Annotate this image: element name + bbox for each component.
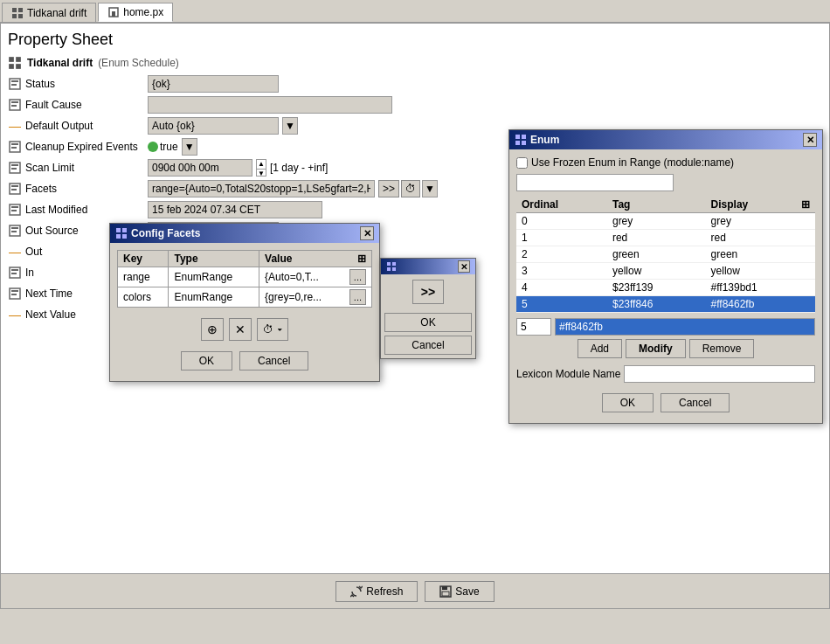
cf-row2-type: EnumRange bbox=[169, 287, 259, 308]
config-facets-close-button[interactable]: ✕ bbox=[360, 226, 374, 240]
svg-rect-26 bbox=[11, 206, 18, 208]
ps-label-text-scan: Scan Limit bbox=[25, 162, 74, 174]
ps-label-text-next-time: Next Time bbox=[25, 287, 73, 300]
ps-section-header: Tidkanal drift (Enum Schedule) bbox=[8, 52, 822, 73]
config-facets-title: Config Facets bbox=[131, 227, 200, 239]
cf-table-expand-icon[interactable]: ⊞ bbox=[357, 253, 366, 265]
svg-rect-14 bbox=[11, 101, 18, 103]
enum-modify-button[interactable]: Modify bbox=[626, 339, 686, 358]
scan-limit-input[interactable] bbox=[148, 159, 252, 177]
enum-col-tag: Tag bbox=[607, 197, 706, 213]
cf-col-key: Key bbox=[118, 251, 169, 267]
svg-rect-8 bbox=[9, 64, 14, 69]
cf-row1-value: {Auto=0,T... ... bbox=[259, 267, 372, 287]
table-row[interactable]: range EnumRange {Auto=0,T... ... bbox=[118, 267, 372, 287]
default-output-dropdown[interactable]: ▼ bbox=[282, 117, 298, 135]
facets-clock-btn[interactable]: ⏱ bbox=[401, 180, 420, 197]
sub-dialog-icon bbox=[386, 261, 397, 272]
svg-rect-21 bbox=[11, 168, 17, 170]
enum-row0-tag: grey bbox=[607, 213, 706, 230]
facets-expand-btn[interactable]: >> bbox=[378, 180, 399, 197]
cf-remove-btn[interactable]: ✕ bbox=[229, 318, 252, 341]
config-facets-dialog: Config Facets ✕ Key Type Value ⊞ range E… bbox=[109, 223, 380, 382]
facets-dropdown[interactable]: ▼ bbox=[422, 180, 438, 197]
ps-label-default-output: — Default Output bbox=[8, 119, 148, 133]
sub-forward-button[interactable]: >> bbox=[412, 280, 444, 304]
svg-rect-33 bbox=[11, 273, 17, 274]
enum-edit-row bbox=[516, 318, 815, 336]
sub-dialog-title-bar: ✕ bbox=[381, 259, 475, 274]
cf-history-btn[interactable]: ⏱ ▾ bbox=[257, 318, 287, 341]
table-row[interactable]: 1 red red bbox=[516, 230, 815, 246]
status-input[interactable] bbox=[148, 75, 279, 93]
svg-rect-30 bbox=[11, 231, 17, 232]
sub-ok-button[interactable]: OK bbox=[384, 313, 472, 332]
enum-frozen-input[interactable] bbox=[516, 174, 674, 191]
svg-rect-23 bbox=[11, 185, 18, 187]
save-button[interactable]: Save bbox=[425, 581, 494, 602]
last-modified-input[interactable] bbox=[148, 201, 322, 218]
sub-dialog-close-btn[interactable]: ✕ bbox=[458, 260, 470, 273]
tab-home-px[interactable]: home.px bbox=[98, 3, 173, 22]
sub-dialog-footer: OK Cancel bbox=[381, 309, 475, 358]
enum-cancel-button[interactable]: Cancel bbox=[661, 393, 730, 412]
svg-rect-18 bbox=[11, 147, 17, 149]
enum-row1-tag: red bbox=[607, 230, 706, 246]
enum-close-button[interactable]: ✕ bbox=[803, 133, 817, 147]
svg-rect-0 bbox=[12, 8, 17, 12]
enum-table-icon[interactable]: ⊞ bbox=[801, 198, 810, 211]
page-icon-last-modified bbox=[8, 203, 22, 217]
fault-cause-input[interactable] bbox=[148, 96, 392, 114]
sub-dialog-body: >> bbox=[381, 274, 475, 309]
refresh-button[interactable]: Refresh bbox=[335, 581, 418, 602]
ps-label-cleanup: Cleanup Expired Events bbox=[8, 140, 148, 154]
enum-ok-button[interactable]: OK bbox=[602, 393, 654, 412]
cf-cancel-button[interactable]: Cancel bbox=[239, 351, 308, 370]
table-row[interactable]: colors EnumRange {grey=0,re... ... bbox=[118, 287, 372, 308]
ps-label-text-status: Status bbox=[25, 78, 55, 90]
table-row[interactable]: 3 yellow yellow bbox=[516, 263, 815, 280]
facets-input[interactable] bbox=[148, 180, 375, 197]
refresh-label: Refresh bbox=[366, 585, 403, 598]
cf-add-btn[interactable]: ⊕ bbox=[201, 318, 224, 341]
dash-icon-default-output: — bbox=[8, 119, 22, 133]
config-facets-title-left: Config Facets bbox=[115, 227, 200, 239]
table-row[interactable]: 0 grey grey bbox=[516, 213, 815, 230]
cf-row1-dots-btn[interactable]: ... bbox=[349, 269, 366, 285]
enum-ordinal-edit[interactable] bbox=[516, 318, 551, 336]
table-row[interactable]: 4 $23ff139 #ff139bd1 bbox=[516, 280, 815, 296]
cf-col-type: Type bbox=[169, 251, 259, 267]
sub-cancel-button[interactable]: Cancel bbox=[384, 336, 472, 355]
enum-table: Ordinal Tag Display ⊞ 0 grey grey bbox=[516, 197, 815, 313]
svg-rect-17 bbox=[11, 143, 18, 145]
ps-label-text-in: In bbox=[25, 267, 34, 279]
enum-frozen-checkbox[interactable] bbox=[516, 157, 528, 169]
spinbox-down[interactable]: ▼ bbox=[257, 170, 266, 178]
cf-row2-dots-btn[interactable]: ... bbox=[349, 289, 366, 305]
cleanup-dropdown[interactable]: ▼ bbox=[182, 138, 197, 156]
dash-icon-out: — bbox=[8, 245, 22, 259]
config-facets-title-bar: Config Facets ✕ bbox=[110, 224, 379, 243]
bool-true-label: true bbox=[160, 141, 178, 153]
svg-rect-39 bbox=[442, 592, 449, 596]
page-icon-cleanup bbox=[8, 140, 22, 154]
enum-remove-button[interactable]: Remove bbox=[689, 339, 755, 358]
default-output-input[interactable] bbox=[148, 117, 279, 135]
refresh-icon bbox=[350, 585, 363, 598]
table-row-selected[interactable]: 5 $23ff846 #ff8462fb bbox=[516, 296, 815, 313]
ps-header-title: Tidkanal drift bbox=[27, 57, 93, 69]
cf-row1-type: EnumRange bbox=[169, 267, 259, 287]
tab-tidkanal-drift[interactable]: Tidkanal drift bbox=[2, 3, 96, 22]
ps-label-text-cleanup: Cleanup Expired Events bbox=[25, 141, 138, 153]
tab-tidkanal-drift-label: Tidkanal drift bbox=[27, 7, 86, 19]
enum-lexicon-input[interactable] bbox=[624, 365, 815, 383]
home-icon bbox=[107, 6, 120, 18]
enum-tag-edit[interactable] bbox=[555, 318, 815, 336]
page-icon-scan bbox=[8, 161, 22, 175]
spinbox-up[interactable]: ▲ bbox=[257, 160, 266, 170]
svg-rect-12 bbox=[11, 84, 17, 86]
table-row[interactable]: 2 green green bbox=[516, 246, 815, 263]
enum-add-button[interactable]: Add bbox=[578, 339, 622, 358]
cf-ok-button[interactable]: OK bbox=[181, 351, 232, 370]
svg-rect-3 bbox=[18, 14, 23, 18]
